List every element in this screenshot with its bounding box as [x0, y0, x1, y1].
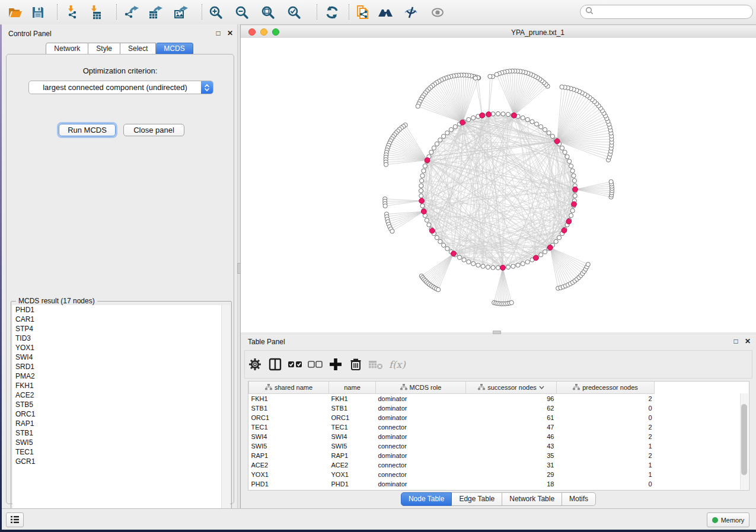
mcds-tab-panel: Optimization criterion: largest connecte…	[6, 54, 234, 504]
table-row[interactable]: ORC1ORC1dominator610	[249, 413, 655, 422]
mcds-result-item[interactable]: ACE2	[12, 390, 221, 400]
column-header-successor-nodes[interactable]: successor nodes	[466, 382, 557, 394]
select-all-icon[interactable]	[285, 355, 305, 373]
tab-select[interactable]: Select	[120, 43, 156, 55]
mcds-result-list[interactable]: PHD1CAR1STP4TID3YOX1SWI4SRD1PMA2FKH1ACE2…	[12, 305, 222, 521]
mcds-result-item[interactable]: ORC1	[12, 409, 221, 419]
import-table-icon[interactable]	[88, 4, 105, 21]
mcds-result-title: MCDS result (17 nodes)	[16, 297, 97, 305]
mcds-result-item[interactable]: RAP1	[12, 419, 221, 428]
table-row[interactable]: SWI5SWI5connector431	[249, 441, 655, 451]
float-table-panel-icon[interactable]: □	[732, 337, 740, 345]
save-session-icon[interactable]	[30, 4, 46, 21]
tab-style[interactable]: Style	[88, 43, 120, 55]
mcds-result-item[interactable]: FKH1	[12, 381, 221, 390]
network-view-canvas[interactable]	[241, 38, 756, 332]
new-network-from-selection-icon[interactable]	[355, 4, 371, 21]
close-panel-icon[interactable]: ✕	[226, 29, 234, 37]
node-table[interactable]: shared namenameMCDS rolesuccessor nodesp…	[248, 381, 749, 491]
close-window-traffic-light[interactable]	[248, 28, 256, 36]
network-graph[interactable]	[241, 38, 756, 332]
search-box[interactable]	[580, 5, 753, 19]
deselect-all-icon[interactable]	[305, 355, 326, 373]
mcds-result-item[interactable]: STB1	[12, 428, 221, 438]
table-row[interactable]: TEC1TEC1connector472	[249, 422, 655, 432]
minimize-window-traffic-light[interactable]	[260, 28, 267, 36]
zoom-out-icon[interactable]	[234, 4, 250, 21]
cell-successor-nodes: 61	[466, 413, 557, 422]
table-row[interactable]: PHD1PHD1dominator180	[249, 479, 655, 489]
table-header-row: shared namenameMCDS rolesuccessor nodesp…	[249, 382, 655, 394]
column-header-name[interactable]: name	[329, 382, 376, 394]
zoom-in-icon[interactable]	[208, 4, 224, 21]
table-row[interactable]: STB1STB1dominator620	[249, 403, 655, 413]
close-table-panel-icon[interactable]: ✕	[744, 337, 752, 345]
mcds-result-scrollbar[interactable]	[222, 305, 230, 521]
cell-successor-nodes: 47	[466, 422, 557, 432]
export-image-icon[interactable]	[173, 4, 189, 21]
show-all-icon[interactable]	[429, 4, 446, 21]
cell-MCDS-role: dominator	[376, 403, 466, 413]
shared-column-icon	[573, 384, 580, 392]
table-gear-icon[interactable]	[245, 355, 265, 373]
search-input[interactable]	[594, 7, 752, 17]
table-toolbar: f(x)	[244, 350, 752, 379]
table-row[interactable]: YOX1YOX1connector291	[249, 470, 655, 479]
horizontal-splitter-handle[interactable]	[493, 331, 501, 334]
bottom-tab-motifs[interactable]: Motifs	[562, 492, 596, 506]
mcds-result-item[interactable]: PMA2	[12, 371, 221, 381]
optimization-criterion-label: Optimization criterion:	[7, 66, 234, 75]
column-header-predecessor-nodes[interactable]: predecessor nodes	[557, 382, 655, 394]
export-network-icon[interactable]	[123, 4, 140, 21]
shared-column-icon	[478, 384, 485, 392]
table-panel-title: Table Panel	[248, 338, 285, 346]
mcds-result-item[interactable]: CAR1	[12, 315, 221, 324]
apply-layout-icon[interactable]	[324, 4, 340, 21]
memory-button[interactable]: Memory	[707, 512, 749, 527]
cell-name: FKH1	[329, 394, 376, 404]
mcds-result-item[interactable]: STP4	[12, 324, 221, 334]
control-panel-tabs: NetworkStyleSelectMCDS	[2, 43, 237, 55]
import-network-icon[interactable]	[65, 4, 82, 21]
run-mcds-button[interactable]: Run MCDS	[59, 124, 116, 136]
show-columns-icon[interactable]	[265, 355, 285, 373]
mcds-result-item[interactable]: SWI4	[12, 352, 221, 362]
mcds-result-item[interactable]: YOX1	[12, 343, 221, 352]
table-scrollbar-thumb[interactable]	[741, 404, 747, 475]
zoom-fit-icon[interactable]	[260, 4, 276, 21]
hide-selection-icon[interactable]	[403, 4, 419, 21]
zoom-window-traffic-light[interactable]	[272, 28, 279, 36]
criterion-dropdown[interactable]: largest connected component (undirected)	[28, 81, 213, 94]
first-neighbors-icon[interactable]	[377, 4, 394, 21]
bottom-tab-network-table[interactable]: Network Table	[502, 492, 562, 506]
table-scrollbar[interactable]	[740, 393, 748, 489]
mcds-result-item[interactable]: SRD1	[12, 362, 221, 371]
panels-menu-button[interactable]	[6, 512, 24, 527]
mcds-result-item[interactable]: TID3	[12, 334, 221, 343]
delete-column-icon[interactable]	[346, 355, 366, 373]
leaf-nodes[interactable]	[383, 69, 614, 306]
bottom-tab-node-table[interactable]: Node Table	[401, 492, 452, 506]
tab-mcds[interactable]: MCDS	[156, 43, 193, 55]
tab-network[interactable]: Network	[46, 43, 88, 55]
mcds-result-item[interactable]: TEC1	[12, 447, 221, 457]
mcds-result-item[interactable]: PHD1	[12, 305, 221, 315]
table-row[interactable]: ACE2ACE2connector311	[249, 460, 655, 470]
network-window-titlebar[interactable]	[241, 26, 756, 39]
zoom-selected-icon[interactable]	[286, 4, 302, 21]
export-table-icon[interactable]	[147, 4, 164, 21]
mcds-result-item[interactable]: GCR1	[12, 457, 221, 466]
column-header-shared-name[interactable]: shared name	[249, 382, 329, 394]
column-header-MCDS-role[interactable]: MCDS role	[376, 382, 466, 394]
float-panel-icon[interactable]: □	[214, 29, 222, 37]
table-row[interactable]: SWI4SWI4dominator462	[249, 432, 655, 441]
add-column-icon[interactable]	[326, 355, 346, 373]
close-panel-button[interactable]: Close panel	[123, 124, 184, 136]
bottom-tab-edge-table[interactable]: Edge Table	[452, 492, 502, 506]
open-file-icon[interactable]	[7, 4, 24, 21]
table-row[interactable]: FKH1FKH1dominator962	[249, 394, 655, 404]
table-row[interactable]: RAP1RAP1dominator352	[249, 451, 655, 460]
mcds-result-item[interactable]: SWI5	[12, 438, 221, 447]
mcds-result-item[interactable]: STB5	[12, 400, 221, 409]
cell-predecessor-nodes: 0	[557, 479, 655, 489]
